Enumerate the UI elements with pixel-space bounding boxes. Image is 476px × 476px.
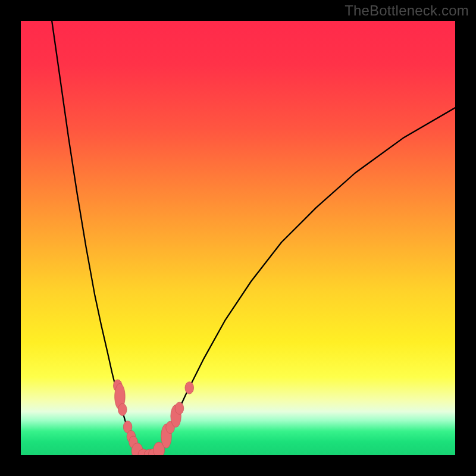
- plot-area: [21, 21, 455, 455]
- data-marker: [118, 403, 127, 415]
- watermark-text: TheBottleneck.com: [345, 2, 469, 19]
- bottleneck-curve: [51, 21, 455, 455]
- marker-layer: [113, 380, 193, 455]
- data-marker: [185, 382, 194, 394]
- plot-svg: [21, 21, 455, 455]
- chart-frame: TheBottleneck.com: [0, 0, 476, 476]
- data-marker: [175, 402, 184, 414]
